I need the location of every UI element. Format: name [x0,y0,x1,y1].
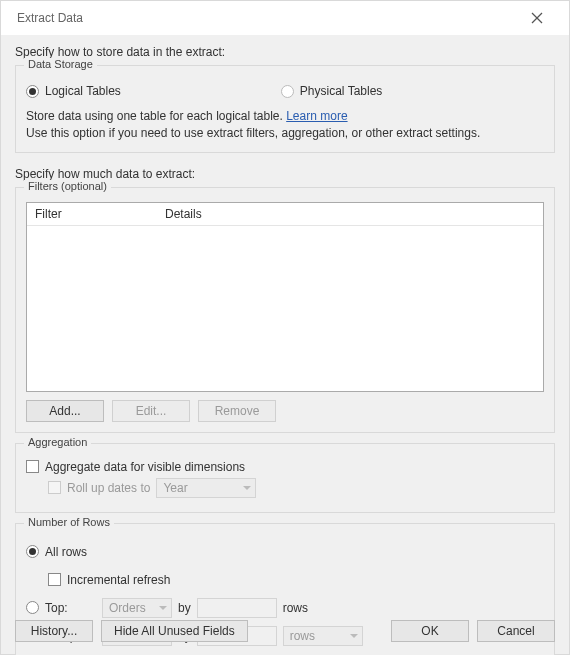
chevron-down-icon [243,486,251,490]
aggregation-group: Aggregation Aggregate data for visible d… [15,443,555,513]
top-count-input [197,598,277,618]
top-by-label: by [178,601,191,615]
close-icon [531,12,543,24]
rollup-unit-value: Year [163,481,187,495]
aggregate-label: Aggregate data for visible dimensions [45,460,245,474]
add-filter-button[interactable]: Add... [26,400,104,422]
rows-legend: Number of Rows [24,516,114,528]
rollup-checkbox: Roll up dates to [48,481,150,495]
top-source-value: Orders [109,601,146,615]
physical-tables-label: Physical Tables [300,84,383,98]
filters-group: Filters (optional) Filter Details Add...… [15,187,555,433]
logical-tables-label: Logical Tables [45,84,121,98]
dialog-body: Specify how to store data in the extract… [1,35,569,655]
ok-button[interactable]: OK [391,620,469,642]
chevron-down-icon [159,606,167,610]
details-col-header: Details [165,207,202,221]
top-rows-label: rows [283,601,308,615]
incremental-refresh-label: Incremental refresh [67,573,170,587]
history-button[interactable]: History... [15,620,93,642]
filters-legend: Filters (optional) [24,180,111,192]
edit-filter-button: Edit... [112,400,190,422]
aggregation-legend: Aggregation [24,436,91,448]
storage-radio-row: Logical Tables Physical Tables [26,80,544,108]
filters-header: Filter Details [27,203,543,226]
top-source-dropdown: Orders [102,598,172,618]
storage-help: Store data using one table for each logi… [26,108,544,142]
aggregate-checkbox[interactable]: Aggregate data for visible dimensions [26,460,245,474]
storage-help-line2: Use this option if you need to use extra… [26,126,480,140]
titlebar: Extract Data [1,1,569,35]
all-rows-label: All rows [45,545,87,559]
top-label: Top: [45,601,68,615]
checkbox-icon [26,460,39,473]
incremental-refresh-checkbox[interactable]: Incremental refresh [48,573,170,587]
data-storage-group: Data Storage Logical Tables Physical Tab… [15,65,555,153]
checkbox-icon [48,573,61,586]
filter-col-header: Filter [35,207,165,221]
extract-label: Specify how much data to extract: [15,167,555,181]
physical-tables-radio[interactable]: Physical Tables [281,84,383,98]
close-button[interactable] [517,3,557,33]
checkbox-icon [48,481,61,494]
radio-icon [281,85,294,98]
top-radio[interactable]: Top: [26,601,96,615]
remove-filter-button: Remove [198,400,276,422]
filter-buttons: Add... Edit... Remove [26,400,544,422]
rollup-label: Roll up dates to [67,481,150,495]
filters-list[interactable]: Filter Details [26,202,544,392]
store-label: Specify how to store data in the extract… [15,45,555,59]
radio-icon [26,601,39,614]
data-storage-legend: Data Storage [24,58,97,70]
dialog-title: Extract Data [17,11,83,25]
storage-help-line1: Store data using one table for each logi… [26,109,286,123]
radio-icon [26,545,39,558]
dialog-footer: History... Hide All Unused Fields OK Can… [15,620,555,642]
extract-data-dialog: Extract Data Specify how to store data i… [0,0,570,655]
learn-more-link[interactable]: Learn more [286,109,347,123]
radio-icon [26,85,39,98]
all-rows-radio[interactable]: All rows [26,545,87,559]
cancel-button[interactable]: Cancel [477,620,555,642]
hide-unused-fields-button[interactable]: Hide All Unused Fields [101,620,248,642]
logical-tables-radio[interactable]: Logical Tables [26,84,121,98]
rollup-unit-dropdown: Year [156,478,256,498]
